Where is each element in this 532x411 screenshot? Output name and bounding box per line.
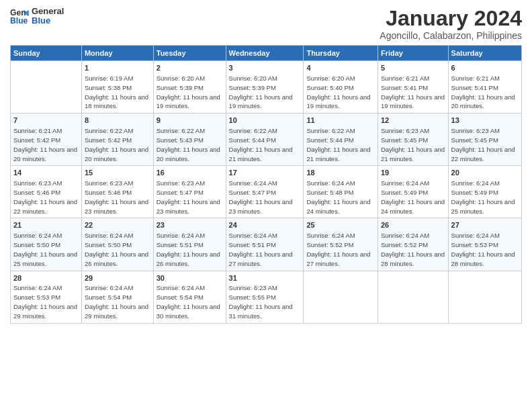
day-cell: 30Sunrise: 6:24 AMSunset: 5:54 PMDayligh… [153, 271, 226, 323]
svg-text:Blue: Blue [10, 16, 28, 26]
day-number: 17 [229, 168, 301, 178]
sunrise: Sunrise: 6:21 AM [381, 75, 429, 82]
day-cell: 20Sunrise: 6:24 AMSunset: 5:49 PMDayligh… [448, 166, 521, 218]
sunrise: Sunrise: 6:22 AM [229, 127, 277, 134]
sunset: Sunset: 5:38 PM [85, 84, 132, 91]
daylight: Daylight: 11 hours and 19 minutes. [157, 93, 220, 110]
day-number: 1 [85, 63, 150, 73]
sunset: Sunset: 5:44 PM [306, 136, 353, 144]
day-cell: 3Sunrise: 6:20 AMSunset: 5:39 PMDaylight… [226, 61, 304, 113]
sunset: Sunset: 5:43 PM [157, 136, 204, 144]
sunrise: Sunrise: 6:24 AM [229, 179, 277, 187]
day-cell: 19Sunrise: 6:24 AMSunset: 5:49 PMDayligh… [378, 166, 448, 218]
day-number: 24 [229, 220, 301, 230]
sunset: Sunset: 5:50 PM [85, 241, 132, 248]
day-cell [304, 271, 378, 323]
day-cell: 1Sunrise: 6:19 AMSunset: 5:38 PMDaylight… [81, 61, 153, 113]
day-number: 12 [381, 116, 445, 126]
daylight: Daylight: 11 hours and 21 minutes. [381, 146, 445, 163]
sunset: Sunset: 5:41 PM [381, 84, 428, 91]
sunrise: Sunrise: 6:23 AM [229, 284, 277, 291]
day-number: 27 [451, 220, 519, 230]
daylight: Daylight: 11 hours and 18 minutes. [85, 93, 148, 110]
day-cell: 22Sunrise: 6:24 AMSunset: 5:50 PMDayligh… [81, 218, 153, 271]
sunrise: Sunrise: 6:19 AM [85, 75, 133, 82]
sunrise: Sunrise: 6:23 AM [381, 127, 429, 134]
day-cell: 9Sunrise: 6:22 AMSunset: 5:43 PMDaylight… [153, 113, 226, 166]
daylight: Daylight: 11 hours and 26 minutes. [85, 250, 148, 267]
daylight: Daylight: 11 hours and 24 minutes. [306, 198, 370, 215]
sunset: Sunset: 5:49 PM [451, 189, 498, 196]
day-cell: 13Sunrise: 6:23 AMSunset: 5:45 PMDayligh… [448, 113, 521, 166]
header-thursday: Thursday [304, 46, 378, 61]
sunset: Sunset: 5:51 PM [229, 241, 276, 248]
sunrise: Sunrise: 6:23 AM [13, 179, 62, 187]
week-row-1: 1Sunrise: 6:19 AMSunset: 5:38 PMDaylight… [11, 61, 522, 113]
day-cell: 15Sunrise: 6:23 AMSunset: 5:46 PMDayligh… [81, 166, 153, 218]
daylight: Daylight: 11 hours and 22 minutes. [13, 198, 77, 215]
daylight: Daylight: 11 hours and 24 minutes. [381, 198, 445, 215]
title-block: January 2024 Agoncillo, Calabarzon, Phil… [380, 7, 522, 41]
daylight: Daylight: 11 hours and 19 minutes. [306, 93, 370, 110]
sunrise: Sunrise: 6:23 AM [451, 127, 500, 134]
page-container: General Blue General Blue January 2024 A… [0, 0, 532, 330]
sunrise: Sunrise: 6:24 AM [381, 179, 429, 187]
week-row-5: 28Sunrise: 6:24 AMSunset: 5:53 PMDayligh… [11, 271, 522, 323]
day-number: 28 [13, 273, 79, 283]
day-number: 29 [85, 273, 150, 283]
daylight: Daylight: 11 hours and 23 minutes. [157, 198, 220, 215]
sunset: Sunset: 5:48 PM [306, 189, 353, 196]
day-number: 4 [306, 63, 375, 73]
sunrise: Sunrise: 6:23 AM [157, 179, 205, 187]
day-number: 13 [451, 116, 519, 126]
daylight: Daylight: 11 hours and 19 minutes. [229, 93, 293, 110]
sunrise: Sunrise: 6:24 AM [306, 232, 355, 239]
sunset: Sunset: 5:54 PM [157, 293, 204, 301]
logo-icon: General Blue [10, 7, 29, 26]
sunrise: Sunrise: 6:20 AM [306, 75, 355, 82]
sunset: Sunset: 5:41 PM [451, 84, 498, 91]
day-number: 14 [13, 168, 79, 178]
day-number: 22 [85, 220, 150, 230]
sunrise: Sunrise: 6:21 AM [451, 75, 500, 82]
daylight: Daylight: 11 hours and 19 minutes. [381, 93, 445, 110]
sunset: Sunset: 5:44 PM [229, 136, 276, 144]
day-number: 6 [451, 63, 519, 73]
sunset: Sunset: 5:51 PM [157, 241, 204, 248]
daylight: Daylight: 11 hours and 29 minutes. [13, 303, 77, 320]
sunset: Sunset: 5:46 PM [13, 189, 60, 196]
sunrise: Sunrise: 6:24 AM [381, 232, 429, 239]
day-cell: 5Sunrise: 6:21 AMSunset: 5:41 PMDaylight… [378, 61, 448, 113]
daylight: Daylight: 11 hours and 20 minutes. [85, 146, 148, 163]
daylight: Daylight: 11 hours and 21 minutes. [229, 146, 293, 163]
day-cell: 2Sunrise: 6:20 AMSunset: 5:39 PMDaylight… [153, 61, 226, 113]
week-row-4: 21Sunrise: 6:24 AMSunset: 5:50 PMDayligh… [11, 218, 522, 271]
sunrise: Sunrise: 6:22 AM [306, 127, 355, 134]
sunrise: Sunrise: 6:24 AM [85, 284, 133, 291]
daylight: Daylight: 11 hours and 23 minutes. [85, 198, 148, 215]
sunset: Sunset: 5:39 PM [157, 84, 204, 91]
day-cell: 8Sunrise: 6:22 AMSunset: 5:42 PMDaylight… [81, 113, 153, 166]
daylight: Daylight: 11 hours and 31 minutes. [229, 303, 293, 320]
day-cell: 7Sunrise: 6:21 AMSunset: 5:42 PMDaylight… [11, 113, 82, 166]
day-cell: 14Sunrise: 6:23 AMSunset: 5:46 PMDayligh… [11, 166, 82, 218]
daylight: Daylight: 11 hours and 30 minutes. [157, 303, 220, 320]
day-cell: 31Sunrise: 6:23 AMSunset: 5:55 PMDayligh… [226, 271, 304, 323]
day-cell [11, 61, 82, 113]
sunset: Sunset: 5:45 PM [451, 136, 498, 144]
day-cell: 6Sunrise: 6:21 AMSunset: 5:41 PMDaylight… [448, 61, 521, 113]
header-sunday: Sunday [11, 46, 82, 61]
sunset: Sunset: 5:40 PM [306, 84, 353, 91]
sunset: Sunset: 5:54 PM [85, 293, 132, 301]
day-cell: 24Sunrise: 6:24 AMSunset: 5:51 PMDayligh… [226, 218, 304, 271]
daylight: Daylight: 11 hours and 23 minutes. [229, 198, 293, 215]
day-number: 8 [85, 116, 150, 126]
day-number: 30 [157, 273, 223, 283]
day-number: 10 [229, 116, 301, 126]
logo: General Blue General Blue [10, 7, 64, 26]
day-number: 25 [306, 220, 375, 230]
daylight: Daylight: 11 hours and 20 minutes. [13, 146, 77, 163]
day-number: 5 [381, 63, 445, 73]
logo-general: General [32, 7, 64, 16]
sunrise: Sunrise: 6:24 AM [451, 232, 500, 239]
